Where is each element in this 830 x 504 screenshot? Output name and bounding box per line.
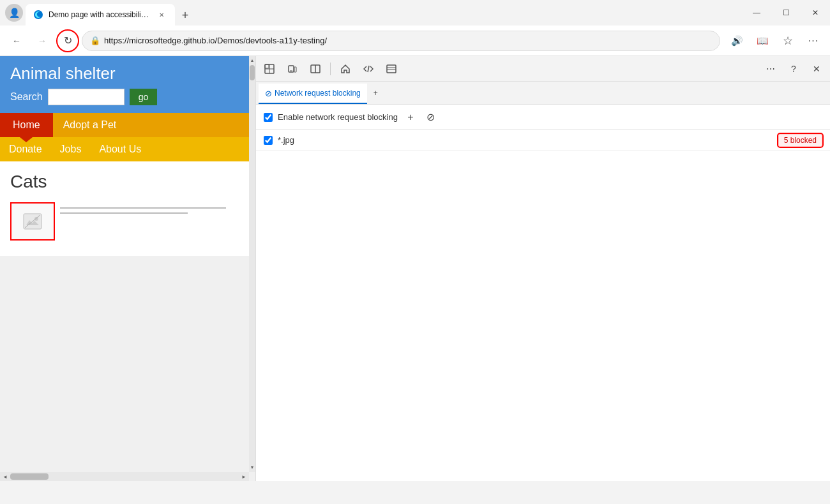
clear-patterns-button[interactable]: ⊘ [423,110,439,125]
browser-toolbar-icons: 🔊 📖 ☆ ··· [723,29,825,52]
tab-title: Demo page with accessibility issu [49,10,151,19]
active-tab[interactable]: Demo page with accessibility issu ✕ [26,4,175,26]
nrb-item: *.jpg 5 blocked [256,130,830,151]
split-pane-icon [310,64,321,74]
nrb-list: *.jpg 5 blocked [256,130,830,481]
shelter-header: Animal shelter Search go [0,56,249,113]
maximize-button[interactable]: ☐ [771,0,801,26]
broken-image [10,202,55,241]
close-button[interactable]: ✕ [801,0,830,26]
refresh-button[interactable]: ↻ [56,29,79,52]
cats-section-title: Cats [10,172,239,192]
scroll-down-arrow[interactable]: ▼ [249,463,255,472]
scroll-left-arrow[interactable]: ◄ [3,474,8,480]
url-input[interactable]: https://microsoftedge.github.io/Demos/de… [104,36,712,45]
home-icon [340,64,351,74]
address-bar-input-wrap: 🔒 https://microsoftedge.github.io/Demos/… [82,31,720,51]
code-icon [363,64,374,74]
scroll-right-arrow[interactable]: ► [241,474,246,480]
horizontal-scrollbar[interactable]: ◄ ► [0,472,249,481]
immersive-reader-button[interactable]: 📖 [751,29,774,52]
devtools-help-button[interactable]: ? [783,58,804,80]
inspect-icon [264,64,275,74]
inspect-element-button[interactable] [259,58,280,80]
devtools-tabs: ⊘ Network request blocking + [256,82,830,105]
h-scroll-thumb[interactable] [10,473,49,480]
shelter-title: Animal shelter [10,64,239,84]
nav-bar: Home Adopt a Pet [0,113,249,137]
nrb-item-pattern: *.jpg [278,135,822,145]
profile-icon[interactable]: 👤 [5,4,23,22]
enable-nrb-label: Enable network request blocking [278,112,398,122]
edge-favicon-icon [33,10,43,20]
search-input[interactable] [48,89,124,105]
tab-network-request-blocking[interactable]: ⊘ Network request blocking [259,84,367,104]
search-label: Search [10,91,43,103]
lock-icon: 🔒 [90,36,100,45]
main-area: Animal shelter Search go Home Adopt a Pe… [0,56,830,481]
adopt-nav-link[interactable]: Adopt a Pet [53,113,127,137]
forward-button[interactable]: → [31,29,54,52]
broken-image-icon [22,212,43,230]
about-nav-link[interactable]: About Us [90,137,150,161]
more-tools-devtools-button[interactable]: ⋯ [760,58,781,80]
favorites-button[interactable]: ☆ [776,29,799,52]
go-button[interactable]: go [130,89,158,105]
devtools-toolbar: ⋯ ? ✕ [256,56,830,82]
network-button[interactable] [381,58,402,80]
enable-nrb-checkbox[interactable] [264,113,273,122]
svg-rect-9 [294,67,296,72]
blocked-count-badge: 5 blocked [778,134,822,147]
more-tools-button[interactable]: ··· [802,29,825,52]
nrb-item-checkbox[interactable] [264,136,273,145]
page-body: Cats [0,161,249,256]
devtools-close-button[interactable]: ✕ [806,58,827,80]
code-button[interactable] [358,58,379,80]
address-bar: ← → ↻ 🔒 https://microsoftedge.github.io/… [0,26,830,56]
add-pattern-button[interactable]: + [403,110,418,125]
nrb-toolbar: Enable network request blocking + ⊘ [256,105,830,130]
device-emulation-icon [287,64,298,74]
svg-rect-14 [387,65,396,73]
add-tab-button[interactable]: + [367,84,384,104]
home-nav-button[interactable]: Home [0,113,53,137]
tab-close-button[interactable]: ✕ [156,9,167,20]
no-entry-icon: ⊘ [265,89,272,98]
svg-rect-5 [265,64,269,68]
read-aloud-button[interactable]: 🔊 [725,29,748,52]
svg-line-13 [368,66,369,72]
scroll-up-arrow[interactable]: ▲ [249,56,255,65]
toolbar-separator [330,63,331,75]
tab-nrb-label: Network request blocking [275,89,361,98]
split-pane-button[interactable] [305,58,326,80]
nav-bar-2: Donate Jobs About Us [0,137,249,161]
devtools-panel: ⋯ ? ✕ ⊘ Network request blocking + Enabl… [255,56,830,481]
browser-page: Animal shelter Search go Home Adopt a Pe… [0,56,255,481]
home-button[interactable] [335,58,356,80]
network-icon [386,64,396,74]
scroll-thumb[interactable] [250,65,255,80]
search-row: Search go [10,89,239,105]
page-content: Animal shelter Search go Home Adopt a Pe… [0,56,255,481]
image-placeholder-lines [60,207,226,218]
new-tab-button[interactable]: + [175,5,195,26]
back-button[interactable]: ← [5,29,28,52]
window-controls: — ☐ ✕ [742,0,830,26]
minimize-button[interactable]: — [742,0,771,26]
jobs-nav-link[interactable]: Jobs [51,137,91,161]
vertical-scrollbar[interactable]: ▲ ▼ [249,56,255,472]
title-bar: 👤 Demo page with accessibility issu ✕ + … [0,0,830,26]
device-emulation-button[interactable] [282,58,303,80]
